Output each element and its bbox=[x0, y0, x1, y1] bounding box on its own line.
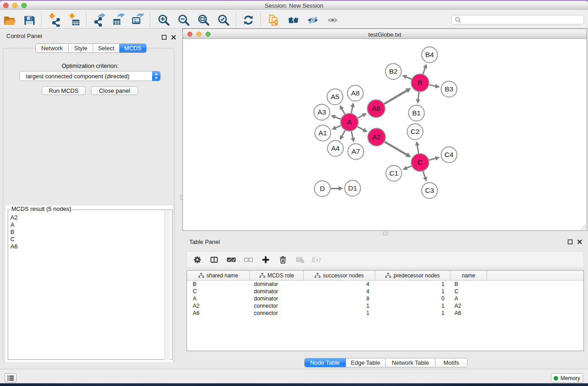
memory-button[interactable]: Memory bbox=[551, 373, 583, 383]
graph-node-A[interactable]: A bbox=[341, 114, 359, 131]
graph-node-C3[interactable]: C3 bbox=[422, 183, 438, 199]
export-table-button[interactable] bbox=[110, 13, 126, 27]
mcds-result-item[interactable]: A6 bbox=[10, 243, 164, 250]
mcds-result-item[interactable]: A bbox=[10, 221, 164, 229]
zoom-out-button[interactable] bbox=[176, 13, 191, 27]
graph-node-A6[interactable]: A6 bbox=[368, 100, 385, 118]
graph-node-A1[interactable]: A1 bbox=[315, 125, 331, 141]
split-columns-button[interactable] bbox=[208, 254, 220, 266]
mcds-result-scrollbar[interactable] bbox=[164, 210, 170, 360]
table-row-C[interactable]: Cdominator41C bbox=[187, 288, 583, 295]
save-session-button[interactable] bbox=[21, 13, 37, 27]
close-panel-icon[interactable] bbox=[171, 33, 176, 42]
search-box[interactable] bbox=[451, 15, 584, 24]
table-row-A[interactable]: Adominator80A bbox=[187, 295, 583, 302]
graph-edge-B-B1[interactable] bbox=[416, 92, 421, 104]
column-header-name[interactable]: name bbox=[450, 271, 487, 280]
checked-rows-button[interactable] bbox=[225, 254, 237, 266]
zoom-in-button[interactable] bbox=[156, 13, 171, 27]
mcds-result-list[interactable]: A2ABCA6 bbox=[9, 210, 164, 359]
graph-node-C1[interactable]: C1 bbox=[386, 166, 402, 181]
graph-node-A8[interactable]: A8 bbox=[348, 86, 363, 101]
tab-select[interactable]: Select bbox=[93, 44, 120, 52]
graph-node-C[interactable]: C bbox=[411, 154, 429, 172]
graph-node-B3[interactable]: B3 bbox=[441, 81, 457, 97]
show-graphics-button[interactable] bbox=[325, 13, 340, 27]
graph-edge-A-A2[interactable] bbox=[358, 127, 368, 132]
tab-style[interactable]: Style bbox=[69, 44, 93, 52]
tab-network[interactable]: Network bbox=[36, 44, 69, 52]
network-file-button[interactable] bbox=[266, 13, 281, 27]
mcds-result-item[interactable]: A2 bbox=[10, 214, 164, 221]
tab-node-table[interactable]: Node Table bbox=[305, 358, 346, 367]
graph-node-B4[interactable]: B4 bbox=[422, 47, 438, 63]
graph-edge-A2-C[interactable] bbox=[385, 142, 411, 157]
graph-edge-A-A3[interactable] bbox=[331, 115, 341, 119]
graph-edge-C-C2[interactable] bbox=[415, 141, 420, 153]
graph-node-B[interactable]: B bbox=[411, 74, 429, 92]
zoom-selected-button[interactable] bbox=[215, 13, 231, 27]
table-row-A2[interactable]: A2connector11A2 bbox=[187, 302, 583, 310]
graph-node-B1[interactable]: B1 bbox=[409, 105, 425, 121]
export-image-button[interactable] bbox=[129, 13, 145, 27]
graph-edge-A-A6[interactable] bbox=[358, 113, 367, 118]
tab-network-table[interactable]: Network Table bbox=[386, 358, 435, 367]
hide-vizmapper-button[interactable] bbox=[305, 13, 320, 27]
graph-node-D1[interactable]: D1 bbox=[345, 181, 361, 196]
open-session-button[interactable] bbox=[1, 13, 17, 27]
graph-node-A2[interactable]: A2 bbox=[368, 129, 386, 146]
float-panel-icon[interactable] bbox=[162, 33, 167, 42]
tab-mcds[interactable]: MCDS bbox=[120, 44, 146, 52]
horizontal-split-grip[interactable] bbox=[383, 232, 387, 235]
graph-edge-A-A5[interactable] bbox=[339, 105, 344, 114]
table-row-A6[interactable]: A6connector11A6 bbox=[187, 310, 583, 317]
graph-edge-A-A4[interactable] bbox=[340, 130, 345, 140]
graph-edge-A-A8[interactable] bbox=[350, 103, 355, 113]
graph-edge-A-A1[interactable] bbox=[331, 126, 341, 130]
criterion-dropdown[interactable]: largest connected component (directed) bbox=[19, 71, 161, 81]
mcds-result-item[interactable]: B bbox=[10, 229, 164, 236]
delete-column-button[interactable] bbox=[277, 254, 289, 266]
window-resize-grip[interactable] bbox=[580, 224, 586, 230]
table-row-B[interactable]: Bdominator41B bbox=[187, 281, 583, 288]
float-panel-icon[interactable] bbox=[568, 238, 573, 246]
graph-node-C4[interactable]: C4 bbox=[441, 147, 457, 163]
graph-edge-C-C3[interactable] bbox=[423, 171, 427, 181]
mcds-result-item[interactable]: C bbox=[10, 236, 164, 243]
column-header-predecessor-nodes[interactable]: predecessor nodes bbox=[375, 271, 450, 280]
run-mcds-button[interactable]: Run MCDS bbox=[42, 86, 86, 95]
import-network-button[interactable] bbox=[47, 13, 62, 27]
gear-button[interactable] bbox=[191, 254, 203, 266]
graph-edge-B-B4[interactable] bbox=[423, 64, 427, 74]
graph-edge-A6-B[interactable] bbox=[384, 88, 411, 104]
graph-node-D[interactable]: D bbox=[315, 181, 330, 197]
graph-node-B2[interactable]: B2 bbox=[386, 64, 402, 80]
graph-node-C2[interactable]: C2 bbox=[407, 124, 423, 140]
export-network-button[interactable] bbox=[91, 13, 107, 27]
tab-motifs[interactable]: Motifs bbox=[435, 358, 467, 367]
graph-edge-D-D1[interactable] bbox=[330, 186, 343, 191]
refresh-button[interactable] bbox=[240, 13, 256, 27]
add-column-button[interactable] bbox=[260, 254, 272, 266]
column-header-successor-nodes[interactable]: successor nodes bbox=[304, 271, 375, 280]
graph-node-A5[interactable]: A5 bbox=[327, 89, 343, 105]
column-header-MCDS-role[interactable]: MCDS role bbox=[250, 271, 304, 280]
graph-node-A4[interactable]: A4 bbox=[328, 141, 344, 157]
graph-edge-C-C4[interactable] bbox=[429, 156, 440, 161]
close-panel-button[interactable]: Close panel bbox=[91, 86, 138, 95]
graph-edge-C-C1[interactable] bbox=[402, 166, 411, 170]
search-input[interactable] bbox=[464, 16, 579, 24]
graph-node-A3[interactable]: A3 bbox=[314, 105, 330, 120]
graph-edge-B-B2[interactable] bbox=[402, 75, 411, 79]
panel-list-button[interactable] bbox=[5, 373, 17, 382]
graph-node-A7[interactable]: A7 bbox=[348, 144, 364, 160]
unchecked-rows-button[interactable] bbox=[243, 254, 254, 266]
home-button[interactable] bbox=[286, 13, 301, 27]
close-panel-icon[interactable] bbox=[577, 238, 582, 246]
import-table-button[interactable] bbox=[67, 13, 82, 27]
zoom-fit-button[interactable] bbox=[196, 13, 211, 27]
tab-edge-table[interactable]: Edge Table bbox=[346, 358, 386, 367]
column-header-shared-name[interactable]: shared name bbox=[187, 271, 250, 280]
network-graph-canvas[interactable]: BA6AA2CB4B2B3A8A5A3B1C2A1A4A7C4C1C3DD1 bbox=[183, 39, 587, 230]
graph-edge-B-B3[interactable] bbox=[429, 84, 440, 89]
